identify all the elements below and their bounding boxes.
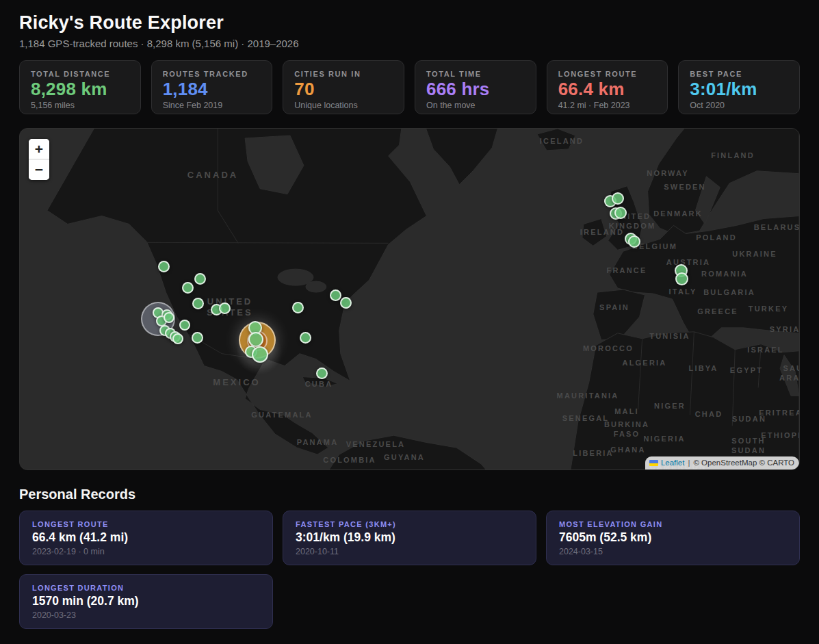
stat-card-total-distance: TOTAL DISTANCE 8,298 km 5,156 miles: [19, 60, 141, 114]
stat-card-cities-run-in: CITIES RUN IN 70 Unique locations: [283, 60, 404, 114]
stat-label: TOTAL DISTANCE: [31, 70, 129, 78]
stat-value: 3:01/km: [690, 79, 788, 100]
stat-value: 1,184: [163, 79, 261, 100]
record-value: 1570 min (20.7 km): [32, 594, 260, 608]
route-marker[interactable]: [164, 312, 174, 323]
route-marker[interactable]: [675, 272, 688, 285]
route-marker[interactable]: [179, 320, 190, 331]
record-label: LONGEST DURATION: [32, 584, 260, 592]
route-marker[interactable]: [252, 346, 268, 363]
record-label: LONGEST ROUTE: [32, 520, 260, 528]
route-marker[interactable]: [628, 235, 640, 248]
route-marker[interactable]: [292, 302, 304, 313]
stat-label: LONGEST ROUTE: [558, 70, 657, 78]
records-heading: Personal Records: [19, 487, 800, 502]
records-grid: LONGEST ROUTE 66.4 km (41.2 mi) 2023-02-…: [19, 511, 800, 629]
record-date: 2020-10-11: [296, 547, 523, 556]
stats-row: TOTAL DISTANCE 8,298 km 5,156 miles ROUT…: [19, 60, 800, 114]
stat-card-routes-tracked: ROUTES TRACKED 1,184 Since Feb 2019: [151, 60, 273, 114]
record-value: 3:01/km (19.9 km): [296, 530, 523, 545]
record-card-longest-duration: LONGEST DURATION 1570 min (20.7 km) 2020…: [19, 574, 273, 629]
record-label: FASTEST PACE (3KM+): [296, 520, 523, 528]
route-marker[interactable]: [248, 332, 263, 347]
stat-value: 70: [294, 79, 393, 100]
stat-card-longest-route: LONGEST ROUTE 66.4 km 41.2 mi · Feb 2023: [547, 60, 668, 114]
stat-value: 666 hrs: [426, 79, 525, 100]
stat-label: ROUTES TRACKED: [163, 70, 261, 78]
stat-subtext: Oct 2020: [690, 101, 788, 110]
stat-card-total-time: TOTAL TIME 666 hrs On the move: [415, 60, 536, 114]
route-marker[interactable]: [316, 368, 328, 379]
stat-label: BEST PACE: [690, 70, 788, 78]
attribution-separator: |: [687, 457, 690, 469]
route-marker[interactable]: [172, 333, 183, 344]
record-date: 2023-02-19 · 0 min: [32, 547, 260, 556]
record-value: 7605m (52.5 km): [559, 530, 787, 545]
stat-subtext: 5,156 miles: [31, 101, 129, 110]
route-marker[interactable]: [219, 302, 231, 314]
route-marker[interactable]: [192, 298, 204, 309]
stat-card-best-pace: BEST PACE 3:01/km Oct 2020: [678, 60, 800, 114]
route-marker[interactable]: [330, 289, 341, 301]
stat-value: 8,298 km: [31, 79, 129, 100]
record-label: MOST ELEVATION GAIN: [559, 520, 787, 528]
zoom-out-button[interactable]: −: [29, 159, 49, 180]
route-marker[interactable]: [612, 192, 624, 205]
page-subtitle: 1,184 GPS-tracked routes · 8,298 km (5,1…: [19, 38, 800, 49]
stat-label: TOTAL TIME: [426, 70, 525, 78]
route-marker[interactable]: [194, 273, 206, 285]
page-title: Ricky's Route Explorer: [19, 12, 800, 34]
map-zoom-control: + −: [29, 139, 49, 180]
route-marker[interactable]: [614, 207, 627, 219]
route-map[interactable]: CANADAICELANDFINLANDNORWAYSWEDENDENMARKU…: [19, 128, 800, 470]
record-card-most-elevation-gain: MOST ELEVATION GAIN 7605m (52.5 km) 2024…: [546, 511, 800, 565]
record-card-fastest-pace: FASTEST PACE (3KM+) 3:01/km (19.9 km) 20…: [283, 511, 536, 565]
leaflet-link[interactable]: Leaflet: [661, 457, 685, 469]
route-marker[interactable]: [340, 297, 352, 309]
stat-subtext: Since Feb 2019: [163, 101, 261, 110]
record-date: 2020-03-23: [32, 610, 260, 620]
stat-value: 66.4 km: [558, 79, 657, 100]
route-marker[interactable]: [192, 332, 203, 344]
stat-subtext: 41.2 mi · Feb 2023: [558, 101, 657, 110]
record-date: 2024-03-15: [559, 547, 787, 556]
map-landmass: [20, 129, 799, 469]
route-marker[interactable]: [182, 282, 194, 294]
ukraine-flag-icon: [649, 460, 658, 466]
route-marker[interactable]: [300, 332, 311, 344]
stat-subtext: On the move: [426, 101, 525, 110]
stat-label: CITIES RUN IN: [294, 70, 393, 78]
zoom-in-button[interactable]: +: [29, 139, 49, 159]
record-card-longest-route: LONGEST ROUTE 66.4 km (41.2 mi) 2023-02-…: [19, 511, 273, 565]
stat-subtext: Unique locations: [294, 101, 393, 110]
record-value: 66.4 km (41.2 mi): [32, 530, 260, 545]
attribution-text: © OpenStreetMap © CARTO: [693, 457, 794, 469]
map-attribution: Leaflet | © OpenStreetMap © CARTO: [645, 456, 799, 469]
route-marker[interactable]: [158, 261, 170, 272]
